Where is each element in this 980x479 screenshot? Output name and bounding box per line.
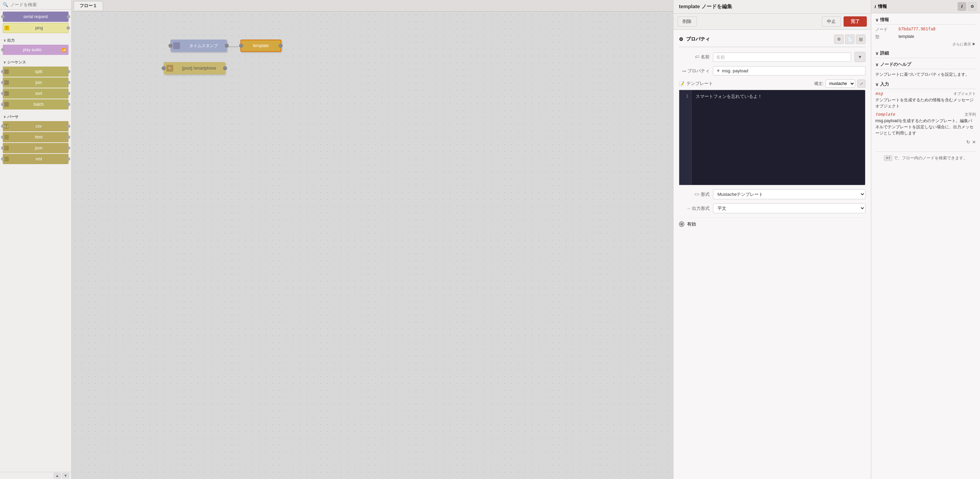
sidebar-item-html[interactable]: html xyxy=(3,132,68,142)
sidebar-label-html: html xyxy=(9,135,68,139)
port-right-sort xyxy=(67,92,70,95)
syntax-select[interactable]: mustache xyxy=(826,80,855,88)
info-panel: i 情報 i ⚙ ∨ 情報 ノード b7bda777.961fa8 型 temp… xyxy=(871,0,980,479)
info-tab-icon-settings[interactable]: ⚙ xyxy=(968,2,977,11)
sidebar-item-split[interactable]: split xyxy=(3,67,68,77)
canvas-node-timestamp[interactable]: タイムスタンプ xyxy=(170,40,227,52)
port-left-split xyxy=(1,70,5,73)
sidebar-label-csv: csv xyxy=(9,124,68,129)
section-icons: ⚙ 📄 ▤ xyxy=(834,34,865,44)
settings-icon-btn[interactable]: ⚙ xyxy=(834,34,843,44)
canvas-label-timestamp: タイムスタンプ xyxy=(180,43,227,49)
canvas-label-smartphone: [post] /smartphone xyxy=(173,66,225,70)
info-section-help-header: ∨ ノードのヘルプ xyxy=(875,61,976,69)
name-label: 🏷 名前 xyxy=(679,54,710,60)
format-select[interactable]: Mustacheテンプレート xyxy=(713,189,865,199)
port-right-html xyxy=(67,136,70,139)
port-left-play-audio xyxy=(1,48,5,51)
canvas-port-left-smartphone xyxy=(162,66,166,70)
scroll-up-btn[interactable]: ▲ xyxy=(54,473,61,478)
output-format-select[interactable]: 平文 xyxy=(713,203,865,213)
port-right-xml xyxy=(67,157,70,161)
canvas-port-right-template xyxy=(278,44,283,48)
section-label-parser: パーサ xyxy=(0,112,71,120)
edit-section-title: ⚙ プロパティ xyxy=(679,36,710,42)
name-input[interactable] xyxy=(713,53,851,62)
port-left-serial xyxy=(1,15,5,18)
canvas-port-right-timestamp xyxy=(225,44,229,48)
sidebar-label-batch: batch xyxy=(9,102,68,107)
sidebar-item-batch[interactable]: batch xyxy=(3,99,68,110)
port-left-html xyxy=(1,136,5,139)
port-right-csv xyxy=(67,125,70,128)
info-tab-icon-i[interactable]: i xyxy=(958,2,966,11)
port-right-json xyxy=(67,146,70,150)
template-header: 📝 テンプレート 構文: mustache ⤢ xyxy=(679,80,865,88)
search-hint: ⌘f で、フロー内のノードを検索できます。 xyxy=(875,152,976,161)
search-bar: 🔍 xyxy=(0,0,71,10)
flow-tab-1[interactable]: フロー１ xyxy=(74,1,103,10)
sidebar-item-json[interactable]: json xyxy=(3,143,68,153)
canvas-node-template[interactable]: template xyxy=(240,40,281,52)
port-right-batch xyxy=(67,103,70,106)
info-section-detail-header: ∨ 詳細 xyxy=(875,50,976,58)
node-list: serial request ! ping 出力 play audio 📶 シー… xyxy=(0,10,71,472)
sidebar-label-xml: xml xyxy=(9,156,68,161)
info-row-type: 型 template xyxy=(875,34,976,40)
sidebar-item-play-audio[interactable]: play audio 📶 xyxy=(3,45,68,55)
port-left-csv xyxy=(1,125,5,128)
info-section-help: ∨ ノードのヘルプ テンプレートに基づいてプロパティを設定します。 xyxy=(875,61,976,78)
refresh-btn[interactable]: ↻ xyxy=(966,139,970,145)
document-icon-btn[interactable]: 📄 xyxy=(845,34,854,44)
sidebar-item-serial-request[interactable]: serial request xyxy=(3,11,68,22)
cancel-button[interactable]: 中止 xyxy=(822,16,841,27)
scroll-down-btn[interactable]: ▼ xyxy=(62,473,69,478)
layout-icon-btn[interactable]: ▤ xyxy=(856,34,865,44)
port-right-split xyxy=(67,70,70,73)
edit-panel-title: template ノードを編集 xyxy=(673,0,871,14)
enable-radio[interactable] xyxy=(679,222,684,227)
syntax-label: 構文: xyxy=(814,81,824,87)
search-input[interactable] xyxy=(10,2,68,7)
name-options-btn[interactable]: ▼ xyxy=(854,52,865,62)
sidebar-item-csv[interactable]: 1.2 csv xyxy=(3,121,68,131)
property-select[interactable]: ▼ msg. payload xyxy=(713,66,865,75)
port-right-ping xyxy=(67,26,70,30)
chevron-input-icon: ∨ xyxy=(875,82,879,87)
node-key: ノード xyxy=(875,27,896,32)
chevron-help-icon: ∨ xyxy=(875,62,879,67)
format-icon: <> xyxy=(694,192,699,197)
node-value: b7bda777.961fa8 xyxy=(899,27,935,31)
port-left-sort xyxy=(1,92,5,95)
canvas-svg xyxy=(72,11,673,479)
sidebar-item-join[interactable]: join xyxy=(3,77,68,88)
port-left-xml xyxy=(1,157,5,161)
line-number-1: 1 xyxy=(682,94,689,99)
enable-row: 有効 xyxy=(679,217,865,228)
sidebar-item-xml[interactable]: xml xyxy=(3,154,68,164)
output-format-row: → 出力形式 平文 xyxy=(679,203,865,213)
sidebar-item-ping[interactable]: ! ping xyxy=(3,23,68,33)
sidebar-item-sort[interactable]: sort xyxy=(3,88,68,99)
canvas-node-smartphone[interactable]: ↻ [post] /smartphone xyxy=(164,62,225,74)
code-editor[interactable]: 1 スマートフォンを忘れているよ！ xyxy=(679,90,865,185)
close-btn[interactable]: ✕ xyxy=(972,139,976,145)
canvas[interactable]: タイムスタンプ template ↻ [post] /smartphone xyxy=(72,11,673,479)
expand-btn[interactable]: ⤢ xyxy=(857,80,865,88)
name-row: 🏷 名前 ▼ xyxy=(679,52,865,62)
info-section-input-header: ∨ 入力 xyxy=(875,81,976,89)
type-value: template xyxy=(899,34,914,39)
sidebar: 🔍 serial request ! ping 出力 play audio 📶 … xyxy=(0,0,72,479)
property-row: ••• プロパティ ▼ msg. payload xyxy=(679,66,865,75)
more-link[interactable]: さらに表示 ▶ xyxy=(875,42,976,47)
info-panel-header: i 情報 i ⚙ xyxy=(871,0,980,13)
enable-label: 有効 xyxy=(687,221,696,227)
format-label: <> 形式 xyxy=(679,192,710,198)
edit-section-header: ⚙ プロパティ ⚙ 📄 ▤ xyxy=(679,34,865,47)
canvas-port-left-template xyxy=(239,44,243,48)
code-content[interactable]: スマートフォンを忘れているよ！ xyxy=(692,90,865,185)
done-button[interactable]: 完了 xyxy=(843,16,867,27)
gear-icon: ⚙ xyxy=(679,37,683,42)
delete-button[interactable]: 削除 xyxy=(678,16,697,27)
search-icon: 🔍 xyxy=(3,2,8,7)
